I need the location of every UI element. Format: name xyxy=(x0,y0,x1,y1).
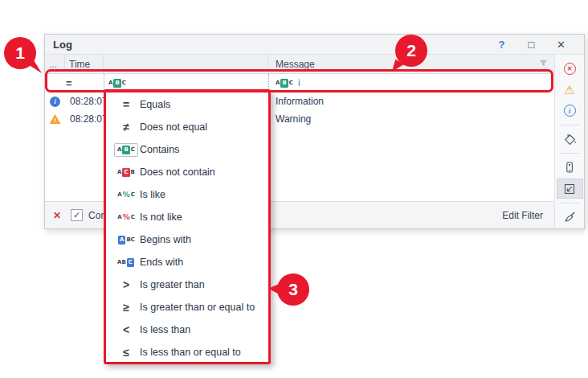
paint-bucket-icon xyxy=(563,132,577,146)
message-cell: Warning xyxy=(268,113,554,125)
sidebar-divider xyxy=(560,153,580,154)
menu-item-ends-with[interactable]: ABC Ends with xyxy=(106,251,268,273)
sidebar-divider xyxy=(560,125,580,125)
warning-icon: ⚠ xyxy=(564,84,574,96)
menu-item-contains[interactable]: ABC Contains xyxy=(106,138,268,161)
annotation-callout-1: 1 xyxy=(4,37,36,69)
annotation-callout-2: 2 xyxy=(395,35,427,67)
broom-icon xyxy=(563,210,577,224)
warning-filter-button[interactable]: ⚠ xyxy=(557,80,583,99)
menu-item-is-less-than[interactable]: < Is less than xyxy=(106,318,268,341)
equals-icon: = xyxy=(123,98,129,111)
window-title: Log xyxy=(53,39,72,51)
info-filter-button[interactable]: i xyxy=(557,101,583,121)
highlight-button[interactable] xyxy=(557,129,583,149)
greater-equal-icon: ≥ xyxy=(123,301,129,314)
menu-item-does-not-contain[interactable]: ACB Does not contain xyxy=(106,161,268,183)
menu-item-is-greater-or-equal[interactable]: ≥ Is greater than or equal to xyxy=(106,296,268,318)
filter-funnel-icon[interactable] xyxy=(539,59,548,70)
menu-item-is-not-like[interactable]: A%C Is not like xyxy=(106,206,268,228)
time-cell: 08:28:07 xyxy=(65,96,104,107)
maximize-icon[interactable]: □ xyxy=(517,39,546,51)
filter-cell-message[interactable]: ABC i xyxy=(268,74,554,92)
filter-enabled-checkbox[interactable]: ✓ xyxy=(71,209,83,221)
menu-item-is-like[interactable]: A%C Is like xyxy=(106,183,268,206)
error-filter-button[interactable]: ✕ xyxy=(557,59,583,78)
info-icon: i xyxy=(564,105,576,117)
error-icon: ✕ xyxy=(564,63,576,75)
is-like-icon: A%C xyxy=(117,191,135,199)
menu-item-equals[interactable]: = Equals xyxy=(106,93,268,116)
remove-filter-button[interactable]: ✕ xyxy=(53,210,61,221)
menu-item-does-not-equal[interactable]: ≠ Does not equal xyxy=(106,116,268,138)
information-icon: i xyxy=(50,97,60,107)
less-equal-icon: ≤ xyxy=(123,346,129,359)
begins-with-icon: ABC xyxy=(117,236,135,244)
filter-value-input[interactable]: i xyxy=(298,77,300,88)
not-contains-icon: ACB xyxy=(117,168,135,177)
titlebar[interactable]: Log ? □ ✕ xyxy=(45,35,584,55)
contains-icon: ABC xyxy=(114,143,138,157)
message-cell: Information xyxy=(268,96,554,107)
ends-with-icon: ABC xyxy=(117,258,135,267)
phone-icon xyxy=(563,161,576,174)
not-equals-icon: ≠ xyxy=(123,121,129,134)
is-not-like-icon: A%C xyxy=(117,213,135,221)
warning-icon: ! xyxy=(50,114,61,124)
resize-button[interactable] xyxy=(557,179,583,198)
filter-operator-menu: = Equals ≠ Does not equal ABC Contains A… xyxy=(104,89,271,364)
menu-item-begins-with[interactable]: ABC Begins with xyxy=(106,228,268,251)
help-icon[interactable]: ? xyxy=(487,39,517,51)
clear-log-button[interactable] xyxy=(557,207,583,227)
grid-header: ... Time Message xyxy=(45,55,554,74)
greater-than-icon: > xyxy=(123,278,129,291)
device-button[interactable] xyxy=(557,158,583,177)
sidebar-divider xyxy=(560,203,580,203)
menu-item-is-greater-than[interactable]: > Is greater than xyxy=(106,273,268,296)
menu-item-is-less-or-equal[interactable]: ≤ Is less than or equal to xyxy=(106,341,268,364)
close-icon[interactable]: ✕ xyxy=(546,39,576,51)
annotation-callout-3: 3 xyxy=(277,273,309,306)
column-header-icon[interactable]: ... xyxy=(45,55,65,73)
contains-icon[interactable]: ABC xyxy=(276,79,293,88)
time-cell: 08:28:07 xyxy=(65,113,104,125)
edit-filter-button[interactable]: Edit Filter xyxy=(502,210,543,221)
resize-icon xyxy=(563,183,576,195)
equals-operator-icon[interactable]: = xyxy=(66,77,72,89)
column-header-unnamed[interactable] xyxy=(104,55,268,73)
toolbar-sidebar: ✕ ⚠ i xyxy=(554,55,584,228)
filter-cell-time[interactable]: = xyxy=(45,74,104,92)
less-than-icon: < xyxy=(123,323,129,336)
column-header-time[interactable]: Time xyxy=(65,55,104,73)
contains-icon[interactable]: ABC xyxy=(108,79,126,88)
